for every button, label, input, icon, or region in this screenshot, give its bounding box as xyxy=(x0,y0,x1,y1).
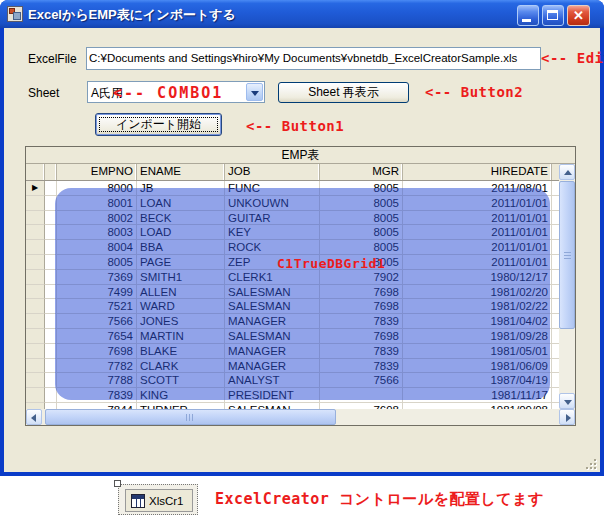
grid-header-job[interactable]: JOB xyxy=(225,164,320,180)
current-row-indicator[interactable]: ▶ xyxy=(26,181,45,196)
cell[interactable]: 8003 xyxy=(57,225,137,240)
import-start-button[interactable]: インポート開始 xyxy=(95,113,222,136)
cell[interactable]: 8005 xyxy=(320,225,403,240)
scroll-left-button[interactable] xyxy=(26,409,42,425)
row-indicator[interactable] xyxy=(26,329,45,344)
cell[interactable]: 7654 xyxy=(57,329,137,344)
cell[interactable]: 7839 xyxy=(320,359,403,374)
cell[interactable]: PAGE xyxy=(137,255,225,270)
cell-blank[interactable] xyxy=(45,285,57,300)
vertical-scrollbar-thumb[interactable] xyxy=(559,181,575,329)
row-indicator[interactable] xyxy=(26,388,45,403)
cell[interactable]: ROCK xyxy=(225,240,320,255)
cell-blank[interactable] xyxy=(45,181,57,196)
cell-blank[interactable] xyxy=(45,314,57,329)
table-row[interactable]: 7654MARTINSALESMAN76981981/09/28 xyxy=(26,329,559,344)
horizontal-scrollbar[interactable] xyxy=(26,409,575,425)
row-indicator[interactable] xyxy=(26,196,45,211)
cell[interactable]: 7788 xyxy=(57,373,137,388)
vertical-scrollbar[interactable] xyxy=(559,164,575,409)
table-row[interactable]: 7839KINGPRESIDENT1981/11/17 xyxy=(26,388,559,403)
cell-blank[interactable] xyxy=(45,359,57,374)
cell[interactable]: 7839 xyxy=(320,314,403,329)
cell[interactable]: JB xyxy=(137,181,225,196)
scroll-up-button[interactable] xyxy=(559,164,575,180)
table-row[interactable]: ▶8000JBFUNC80052011/08/01 xyxy=(26,181,559,196)
table-row[interactable]: 8001LOANUNKOUWN80052011/01/01 xyxy=(26,196,559,211)
cell[interactable]: 8000 xyxy=(57,181,137,196)
cell[interactable]: 8005 xyxy=(320,211,403,226)
cell[interactable]: 1987/04/19 xyxy=(403,373,552,388)
resize-grip[interactable] xyxy=(583,456,596,469)
cell-blank[interactable] xyxy=(45,344,57,359)
table-row[interactable]: 8004BBAROCK80052011/01/01 xyxy=(26,240,559,255)
scroll-down-button[interactable] xyxy=(559,393,575,409)
cell[interactable]: SALESMAN xyxy=(225,285,320,300)
cell-blank[interactable] xyxy=(45,270,57,285)
cell[interactable]: UNKOUWN xyxy=(225,196,320,211)
cell[interactable]: 7566 xyxy=(320,373,403,388)
cell[interactable]: CLARK xyxy=(137,359,225,374)
row-indicator[interactable] xyxy=(26,211,45,226)
cell[interactable]: 7698 xyxy=(320,329,403,344)
cell[interactable]: KING xyxy=(137,388,225,403)
cell[interactable]: 1981/11/17 xyxy=(403,388,552,403)
cell[interactable]: 8001 xyxy=(57,196,137,211)
table-row[interactable]: 7698BLAKEMANAGER78391981/05/01 xyxy=(26,344,559,359)
cell[interactable]: 7566 xyxy=(57,314,137,329)
row-indicator[interactable] xyxy=(26,314,45,329)
table-row[interactable]: 7499ALLENSALESMAN76981981/02/20 xyxy=(26,285,559,300)
cell[interactable]: 2011/01/01 xyxy=(403,225,552,240)
cell[interactable]: 1981/09/28 xyxy=(403,329,552,344)
cell[interactable]: 7499 xyxy=(57,285,137,300)
cell-blank[interactable] xyxy=(45,255,57,270)
sheet-refresh-button[interactable]: Sheet 再表示 xyxy=(278,82,409,103)
horizontal-scrollbar-thumb[interactable] xyxy=(45,409,336,425)
table-row[interactable]: 8003LOADKEY80052011/01/01 xyxy=(26,225,559,240)
minimize-button[interactable] xyxy=(517,5,539,26)
cell[interactable]: LOAD xyxy=(137,225,225,240)
cell[interactable]: 2011/08/01 xyxy=(403,181,552,196)
cell[interactable]: 1981/02/22 xyxy=(403,299,552,314)
grid-header-ename[interactable]: ENAME xyxy=(137,164,225,180)
xlscr1-control-selection[interactable]: XlsCr1 xyxy=(118,484,198,515)
cell[interactable]: 1981/06/09 xyxy=(403,359,552,374)
xlscr1-control[interactable]: XlsCr1 xyxy=(125,489,193,512)
row-indicator[interactable] xyxy=(26,285,45,300)
cell[interactable]: 1980/12/17 xyxy=(403,270,552,285)
table-row[interactable]: 7788SCOTTANALYST75661987/04/19 xyxy=(26,373,559,388)
cell[interactable]: BECK xyxy=(137,211,225,226)
cell[interactable]: 7782 xyxy=(57,359,137,374)
table-row[interactable]: 7369SMITH1CLERK179021980/12/17 xyxy=(26,270,559,285)
cell[interactable]: 1981/02/20 xyxy=(403,285,552,300)
cell-blank[interactable] xyxy=(45,240,57,255)
cell[interactable]: JONES xyxy=(137,314,225,329)
grid-body[interactable]: ▶8000JBFUNC80052011/08/018001LOANUNKOUWN… xyxy=(26,181,559,409)
table-row[interactable]: 7566JONESMANAGER78391981/04/02 xyxy=(26,314,559,329)
table-row[interactable]: 7521WARDSALESMAN76981981/02/22 xyxy=(26,299,559,314)
excel-file-input[interactable]: C:¥Documents and Settings¥hiro¥My Docume… xyxy=(86,47,541,70)
cell[interactable]: 7902 xyxy=(320,270,403,285)
row-indicator[interactable] xyxy=(26,359,45,374)
cell-blank[interactable] xyxy=(45,329,57,344)
cell-blank[interactable] xyxy=(45,373,57,388)
cell[interactable] xyxy=(320,388,403,403)
cell[interactable]: WARD xyxy=(137,299,225,314)
cell[interactable]: SCOTT xyxy=(137,373,225,388)
cell[interactable]: 7521 xyxy=(57,299,137,314)
row-indicator[interactable] xyxy=(26,299,45,314)
cell[interactable]: CLERK1 xyxy=(225,270,320,285)
cell[interactable]: MANAGER xyxy=(225,359,320,374)
cell[interactable]: ALLEN xyxy=(137,285,225,300)
cell[interactable]: FUNC xyxy=(225,181,320,196)
row-indicator[interactable] xyxy=(26,344,45,359)
close-button[interactable]: ✕ xyxy=(567,5,590,26)
combobox-dropdown-button[interactable] xyxy=(246,83,263,101)
cell[interactable]: MANAGER xyxy=(225,344,320,359)
cell[interactable]: 7698 xyxy=(57,344,137,359)
cell[interactable]: ANALYST xyxy=(225,373,320,388)
grid-header-mgr[interactable]: MGR xyxy=(320,164,403,180)
cell-blank[interactable] xyxy=(45,299,57,314)
cell[interactable]: 8005 xyxy=(320,181,403,196)
cell[interactable]: BLAKE xyxy=(137,344,225,359)
